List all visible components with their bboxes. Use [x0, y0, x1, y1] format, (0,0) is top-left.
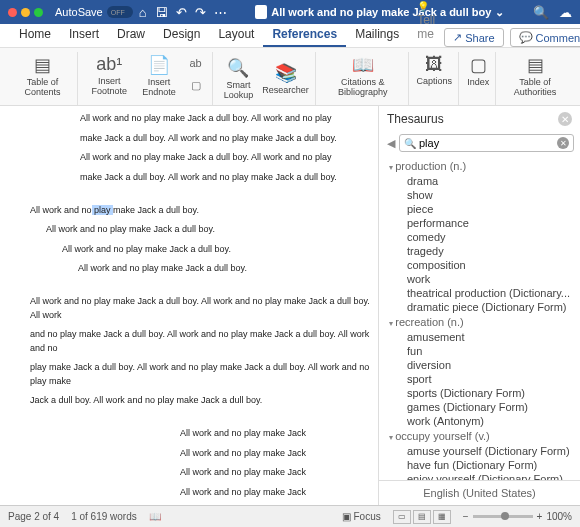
thesaurus-item[interactable]: sports (Dictionary Form) [389, 386, 580, 400]
researcher-button[interactable]: 📚Researcher [262, 62, 309, 96]
thesaurus-item[interactable]: amusement [389, 330, 580, 344]
tab-draw[interactable]: Draw [108, 23, 154, 47]
para: Jack a dull boy. All work and no play ma… [30, 394, 370, 408]
zoom-in-icon[interactable]: + [537, 511, 543, 522]
authorities-button[interactable]: ▤Table of Authorities [504, 54, 566, 98]
note-icon[interactable]: ▢ [186, 76, 206, 94]
back-icon[interactable]: ◀ [387, 137, 395, 150]
zoom-level[interactable]: 100% [546, 511, 572, 522]
zoom-slider[interactable] [473, 515, 533, 518]
spellcheck-icon[interactable]: 📖 [149, 511, 161, 522]
thesaurus-group[interactable]: recreation (n.) [389, 314, 580, 330]
authorities-icon: ▤ [527, 54, 544, 76]
thesaurus-search[interactable]: 🔍 ✕ [399, 134, 574, 152]
word-count[interactable]: 1 of 619 words [71, 511, 137, 522]
insert-endnote-button[interactable]: 📄Insert Endnote [137, 54, 182, 98]
thesaurus-pane: Thesaurus ✕ ◀ 🔍 ✕ production (n.)dramash… [378, 106, 580, 505]
thesaurus-item[interactable]: games (Dictionary Form) [389, 400, 580, 414]
toc-button[interactable]: ▤Table of Contents [14, 54, 71, 98]
view-print[interactable]: ▤ [413, 510, 431, 524]
index-button[interactable]: ▢Index [467, 54, 489, 88]
save-icon[interactable]: 🖫 [155, 5, 168, 20]
captions-button[interactable]: 🖼Captions [417, 54, 453, 87]
thesaurus-item[interactable]: enjoy yourself (Dictionary Form) [389, 472, 580, 480]
document-title: All work and no play make Jack a dull bo… [233, 5, 527, 19]
thesaurus-search-input[interactable] [419, 137, 557, 149]
citations-icon: 📖 [352, 54, 374, 76]
share-button[interactable]: ↗Share [444, 28, 503, 47]
thesaurus-group[interactable]: production (n.) [389, 158, 580, 174]
focus-mode[interactable]: ▣ Focus [342, 511, 381, 522]
para: All work and no play make Jack a dull bo… [30, 295, 370, 322]
document-body[interactable]: All work and no play make Jack a dull bo… [0, 106, 378, 505]
thesaurus-item[interactable]: comedy [389, 230, 580, 244]
thesaurus-item[interactable]: diversion [389, 358, 580, 372]
para: All work and no play make Jack [30, 466, 370, 480]
para: All work and no play make Jack [30, 486, 370, 500]
thesaurus-title: Thesaurus [387, 112, 444, 126]
thesaurus-group[interactable]: occupy yourself (v.) [389, 428, 580, 444]
view-web[interactable]: ▦ [433, 510, 451, 524]
smart-lookup-button[interactable]: 🔍Smart Lookup [221, 57, 257, 101]
redo-icon[interactable]: ↷ [195, 5, 206, 20]
search-icon: 🔍 [404, 138, 416, 149]
citations-button[interactable]: 📖Citations & Bibliography [324, 54, 402, 98]
view-read[interactable]: ▭ [393, 510, 411, 524]
titlebar: AutoSave OFF ⌂ 🖫 ↶ ↷ ⋯ All work and no p… [0, 0, 580, 24]
minimize-window[interactable] [21, 8, 30, 17]
insert-footnote-button[interactable]: ab¹Insert Footnote [86, 54, 133, 97]
thesaurus-item[interactable]: piece [389, 202, 580, 216]
bulb-icon: 💡 [417, 1, 429, 12]
tab-home[interactable]: Home [10, 23, 60, 47]
thesaurus-item[interactable]: have fun (Dictionary Form) [389, 458, 580, 472]
para: All work and no play make Jack a dull bo… [30, 151, 370, 165]
thesaurus-item[interactable]: fun [389, 344, 580, 358]
tab-mailings[interactable]: Mailings [346, 23, 408, 47]
page-indicator[interactable]: Page 2 of 4 [8, 511, 59, 522]
para: All work and no play make Jack a dull bo… [30, 204, 370, 218]
thesaurus-item[interactable]: dramatic piece (Dictionary Form) [389, 300, 580, 314]
close-window[interactable] [8, 8, 17, 17]
tab-layout[interactable]: Layout [209, 23, 263, 47]
para: All work and no play make Jack a dull bo… [30, 243, 370, 257]
home-icon[interactable]: ⌂ [139, 5, 147, 20]
comment-icon: 💬 [519, 31, 533, 44]
para: make Jack a dull boy. All work and no pl… [30, 132, 370, 146]
tab-references[interactable]: References [263, 23, 346, 47]
sync-icon[interactable]: ☁ [559, 5, 572, 20]
search-icon[interactable]: 🔍 [533, 5, 549, 20]
tab-insert[interactable]: Insert [60, 23, 108, 47]
autosave-switch[interactable]: OFF [107, 6, 133, 18]
thesaurus-item[interactable]: show [389, 188, 580, 202]
thesaurus-item[interactable]: sport [389, 372, 580, 386]
thesaurus-item[interactable]: performance [389, 216, 580, 230]
thesaurus-item[interactable]: drama [389, 174, 580, 188]
thesaurus-item[interactable]: amuse yourself (Dictionary Form) [389, 444, 580, 458]
clear-search-icon[interactable]: ✕ [557, 137, 569, 149]
word-doc-icon [255, 5, 267, 19]
tab-design[interactable]: Design [154, 23, 209, 47]
chevron-down-icon[interactable]: ⌄ [495, 6, 504, 19]
thesaurus-item[interactable]: work (Antonym) [389, 414, 580, 428]
thesaurus-item[interactable]: composition [389, 258, 580, 272]
qat-icons: ⌂ 🖫 ↶ ↷ ⋯ [139, 5, 227, 20]
close-pane-button[interactable]: ✕ [558, 112, 572, 126]
tab-tellme[interactable]: 💡Tell me [408, 0, 444, 47]
para: All work and no play make Jack a dull bo… [30, 262, 370, 276]
thesaurus-item[interactable]: work [389, 272, 580, 286]
comments-button[interactable]: 💬Comments [510, 28, 580, 47]
thesaurus-language[interactable]: English (United States) [379, 480, 580, 505]
zoom-control[interactable]: − + 100% [463, 511, 572, 522]
ab-icon[interactable]: ab [186, 54, 206, 72]
autosave-toggle[interactable]: AutoSave OFF [55, 6, 133, 18]
ribbon-tabs: Home Insert Draw Design Layout Reference… [0, 24, 580, 48]
thesaurus-item[interactable]: tragedy [389, 244, 580, 258]
thesaurus-item[interactable]: theatrical production (Dictionary... [389, 286, 580, 300]
maximize-window[interactable] [34, 8, 43, 17]
more-icon[interactable]: ⋯ [214, 5, 227, 20]
window-controls [8, 8, 43, 17]
smartlookup-icon: 🔍 [227, 57, 249, 79]
zoom-out-icon[interactable]: − [463, 511, 469, 522]
undo-icon[interactable]: ↶ [176, 5, 187, 20]
thesaurus-results: production (n.)dramashowpieceperformance… [379, 154, 580, 480]
